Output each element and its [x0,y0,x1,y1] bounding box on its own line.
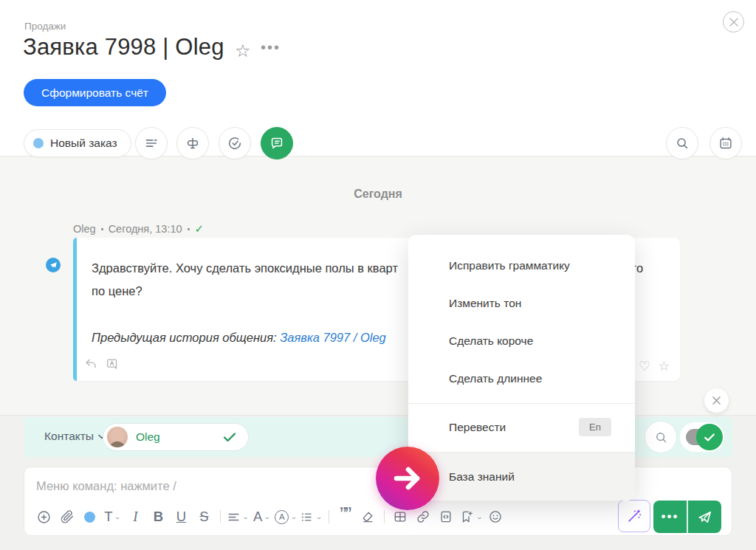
contact-avatar [107,427,128,447]
underline-icon: U [176,509,186,525]
toolbar-divider [384,510,385,523]
search-icon [653,430,669,445]
code-snippet-button[interactable] [436,506,456,528]
close-icon [712,396,721,405]
message-tools [84,357,120,371]
chevron-down-icon: ⌄ [290,513,297,520]
menu-item-translate[interactable]: Перевести En [408,404,635,450]
save-template-button[interactable]: ⌄ [459,506,483,528]
attach-file-button[interactable] [57,506,77,528]
date-separator: Сегодня [0,188,756,201]
tab-details[interactable] [135,127,168,159]
more-send-options-button[interactable]: ••• [653,501,687,533]
toolbar-divider [220,510,221,523]
language-badge[interactable]: En [579,418,611,436]
list-icon [300,510,314,524]
clear-format-button[interactable] [358,506,378,528]
menu-item-make-longer[interactable]: Сделать длиннее [408,360,635,397]
check-icon [704,433,715,442]
contact-check-icon [223,432,236,442]
text-style-button[interactable]: T ⌄ [103,506,123,528]
font-color-icon: A [275,510,289,524]
close-icon [729,17,739,27]
font-size-button[interactable]: A ⌄ [252,506,272,528]
message-author[interactable]: Oleg [73,223,96,235]
reply-icon[interactable] [84,357,98,371]
align-button[interactable]: ⌄ [227,506,249,528]
menu-item-fix-grammar[interactable]: Исправить грамматику [408,247,635,284]
favorite-icon[interactable]: ☆ [658,358,670,374]
calendar-button[interactable] [709,127,742,159]
chevron-down-icon: ⌄ [315,513,322,520]
magic-wand-icon [626,508,642,524]
chevron-down-icon: ⌄ [242,513,249,520]
text-style-icon: T [104,509,112,525]
code-file-icon [439,509,453,524]
color-dot-button[interactable] [80,506,100,528]
history-link[interactable]: Заявка 7997 / Oleg [280,331,386,344]
chevron-down-icon: ⌄ [114,513,121,520]
bookmark-plus-icon [459,509,475,524]
message-header: Oleg Сегодня, 13:10 ✓ [73,222,204,236]
translate-icon[interactable] [105,357,120,371]
more-options-icon[interactable]: ••• [261,39,281,56]
plus-circle-icon [36,509,52,525]
app-window: Продажи Заявка 7998 | Oleg ☆ ••• Сформир… [0,0,756,550]
status-dot [33,138,44,148]
deal-icon [185,135,201,151]
bold-icon: B [154,509,163,525]
breadcrumb[interactable]: Продажи [24,21,66,32]
page-title: Заявка 7998 | Oleg [23,34,224,61]
arrow-right-icon [391,461,425,495]
status-label: Новый заказ [50,137,117,150]
search-icon [674,135,690,151]
tab-chat-active[interactable] [261,127,293,159]
ai-assist-button[interactable] [618,500,650,532]
toolbar-divider [329,510,329,523]
history-label: Предыдущая история общения: [92,331,280,344]
italic-button[interactable]: I [126,506,145,528]
feed-icon [143,135,159,151]
eraser-icon [360,509,375,524]
insert-plus-button[interactable] [34,506,54,528]
bold-button[interactable]: B [148,506,168,528]
status-pill[interactable]: Новый заказ [24,129,131,157]
contact-name: Oleg [136,430,223,444]
list-button[interactable]: ⌄ [300,506,322,528]
composer-close-button[interactable] [704,388,729,413]
contacts-label: Контакты [44,430,94,443]
tab-tasks[interactable] [219,127,251,159]
menu-item-change-tone[interactable]: Изменить тон [408,284,635,322]
favorite-star-icon[interactable]: ☆ [235,41,251,61]
contact-chip[interactable]: Oleg [103,423,249,451]
menu-item-knowledge-base[interactable]: База знаний [408,452,635,501]
ai-assistant-menu: Исправить грамматику Изменить тон Сделат… [408,235,635,501]
font-size-icon: A [253,509,262,525]
message-text: Здравствуйте. Хочу сделать эпоксидные по… [92,261,398,275]
quote-button[interactable]: ”” [335,506,355,528]
blue-dot-icon [84,512,95,523]
send-icon [696,509,713,526]
chat-search-button[interactable] [666,127,698,159]
contacts-dropdown[interactable]: Контакты [44,430,106,443]
strikethrough-button[interactable]: S [194,506,214,528]
insert-link-button[interactable] [413,506,433,528]
underline-button[interactable]: U [171,506,191,528]
like-icon[interactable]: ♡ [639,358,650,374]
create-invoice-button[interactable]: Сформировать счёт [24,79,166,106]
quote-icon: ”” [340,511,350,523]
message-text-line2: по цене? [92,284,142,298]
emoji-button[interactable] [486,506,506,528]
menu-item-make-shorter[interactable]: Сделать короче [408,322,635,360]
tab-deal[interactable] [176,127,209,159]
close-window-button[interactable] [723,11,744,32]
font-color-button[interactable]: A ⌄ [275,506,297,528]
contact-search-button[interactable] [645,421,677,453]
telegram-badge-icon [44,256,62,274]
paperclip-icon [60,509,75,524]
italic-icon: I [133,509,137,525]
send-button[interactable] [688,501,721,533]
chevron-down-icon: ⌄ [476,513,483,520]
message-history: Предыдущая история общения: Заявка 7997 … [92,331,386,345]
contact-sync-toggle[interactable] [680,422,724,452]
